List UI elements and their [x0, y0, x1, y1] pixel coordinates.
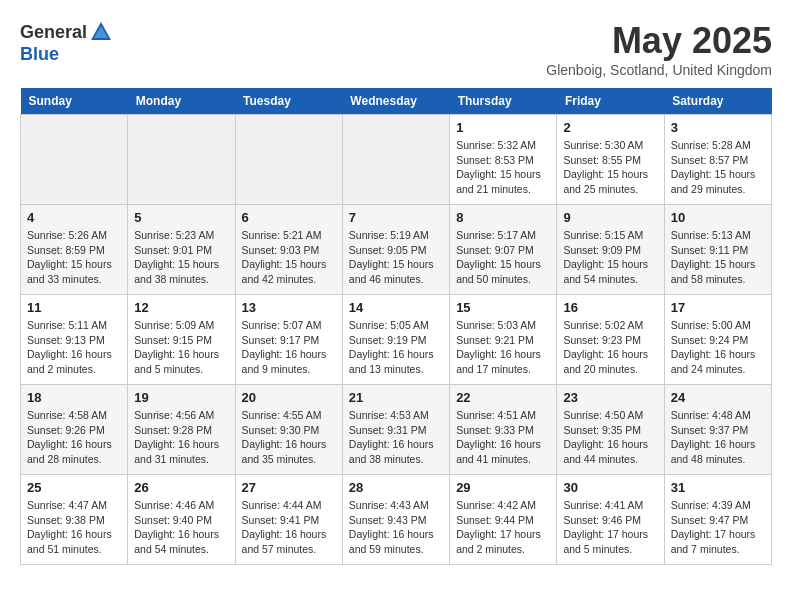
day-number: 3 — [671, 120, 765, 135]
calendar-cell: 18Sunrise: 4:58 AMSunset: 9:26 PMDayligh… — [21, 385, 128, 475]
day-info: Sunrise: 5:11 AMSunset: 9:13 PMDaylight:… — [27, 318, 121, 377]
day-info: Sunrise: 5:28 AMSunset: 8:57 PMDaylight:… — [671, 138, 765, 197]
day-number: 12 — [134, 300, 228, 315]
day-number: 4 — [27, 210, 121, 225]
day-number: 8 — [456, 210, 550, 225]
day-number: 16 — [563, 300, 657, 315]
day-number: 1 — [456, 120, 550, 135]
day-info: Sunrise: 4:55 AMSunset: 9:30 PMDaylight:… — [242, 408, 336, 467]
logo-icon — [89, 20, 113, 44]
calendar-cell: 27Sunrise: 4:44 AMSunset: 9:41 PMDayligh… — [235, 475, 342, 565]
day-number: 14 — [349, 300, 443, 315]
day-info: Sunrise: 5:21 AMSunset: 9:03 PMDaylight:… — [242, 228, 336, 287]
weekday-header-wednesday: Wednesday — [342, 88, 449, 115]
title-section: May 2025 Glenboig, Scotland, United King… — [546, 20, 772, 78]
calendar-cell: 20Sunrise: 4:55 AMSunset: 9:30 PMDayligh… — [235, 385, 342, 475]
day-info: Sunrise: 4:44 AMSunset: 9:41 PMDaylight:… — [242, 498, 336, 557]
day-info: Sunrise: 5:07 AMSunset: 9:17 PMDaylight:… — [242, 318, 336, 377]
logo-general-text: General — [20, 22, 87, 43]
weekday-header-thursday: Thursday — [450, 88, 557, 115]
day-info: Sunrise: 5:32 AMSunset: 8:53 PMDaylight:… — [456, 138, 550, 197]
day-number: 31 — [671, 480, 765, 495]
day-info: Sunrise: 5:09 AMSunset: 9:15 PMDaylight:… — [134, 318, 228, 377]
day-number: 28 — [349, 480, 443, 495]
calendar-cell: 6Sunrise: 5:21 AMSunset: 9:03 PMDaylight… — [235, 205, 342, 295]
calendar-cell: 14Sunrise: 5:05 AMSunset: 9:19 PMDayligh… — [342, 295, 449, 385]
day-info: Sunrise: 4:47 AMSunset: 9:38 PMDaylight:… — [27, 498, 121, 557]
day-info: Sunrise: 4:53 AMSunset: 9:31 PMDaylight:… — [349, 408, 443, 467]
day-number: 15 — [456, 300, 550, 315]
day-number: 24 — [671, 390, 765, 405]
calendar-cell: 5Sunrise: 5:23 AMSunset: 9:01 PMDaylight… — [128, 205, 235, 295]
calendar-week-3: 11Sunrise: 5:11 AMSunset: 9:13 PMDayligh… — [21, 295, 772, 385]
weekday-header-friday: Friday — [557, 88, 664, 115]
calendar-cell: 29Sunrise: 4:42 AMSunset: 9:44 PMDayligh… — [450, 475, 557, 565]
calendar-cell: 31Sunrise: 4:39 AMSunset: 9:47 PMDayligh… — [664, 475, 771, 565]
weekday-header-tuesday: Tuesday — [235, 88, 342, 115]
calendar-cell: 2Sunrise: 5:30 AMSunset: 8:55 PMDaylight… — [557, 115, 664, 205]
day-number: 30 — [563, 480, 657, 495]
day-info: Sunrise: 5:23 AMSunset: 9:01 PMDaylight:… — [134, 228, 228, 287]
calendar-cell — [128, 115, 235, 205]
calendar-cell: 19Sunrise: 4:56 AMSunset: 9:28 PMDayligh… — [128, 385, 235, 475]
day-info: Sunrise: 5:05 AMSunset: 9:19 PMDaylight:… — [349, 318, 443, 377]
weekday-header-sunday: Sunday — [21, 88, 128, 115]
page-header: General Blue May 2025 Glenboig, Scotland… — [20, 20, 772, 78]
calendar-cell — [235, 115, 342, 205]
day-info: Sunrise: 5:02 AMSunset: 9:23 PMDaylight:… — [563, 318, 657, 377]
day-info: Sunrise: 4:39 AMSunset: 9:47 PMDaylight:… — [671, 498, 765, 557]
calendar-week-2: 4Sunrise: 5:26 AMSunset: 8:59 PMDaylight… — [21, 205, 772, 295]
day-number: 17 — [671, 300, 765, 315]
day-number: 25 — [27, 480, 121, 495]
calendar-cell: 30Sunrise: 4:41 AMSunset: 9:46 PMDayligh… — [557, 475, 664, 565]
day-number: 29 — [456, 480, 550, 495]
day-number: 18 — [27, 390, 121, 405]
calendar-cell: 10Sunrise: 5:13 AMSunset: 9:11 PMDayligh… — [664, 205, 771, 295]
calendar-week-4: 18Sunrise: 4:58 AMSunset: 9:26 PMDayligh… — [21, 385, 772, 475]
calendar-cell: 9Sunrise: 5:15 AMSunset: 9:09 PMDaylight… — [557, 205, 664, 295]
day-number: 6 — [242, 210, 336, 225]
calendar-cell: 11Sunrise: 5:11 AMSunset: 9:13 PMDayligh… — [21, 295, 128, 385]
day-number: 2 — [563, 120, 657, 135]
calendar-cell: 13Sunrise: 5:07 AMSunset: 9:17 PMDayligh… — [235, 295, 342, 385]
calendar-cell: 28Sunrise: 4:43 AMSunset: 9:43 PMDayligh… — [342, 475, 449, 565]
weekday-header-monday: Monday — [128, 88, 235, 115]
calendar-cell: 15Sunrise: 5:03 AMSunset: 9:21 PMDayligh… — [450, 295, 557, 385]
calendar-cell: 3Sunrise: 5:28 AMSunset: 8:57 PMDaylight… — [664, 115, 771, 205]
calendar-cell: 16Sunrise: 5:02 AMSunset: 9:23 PMDayligh… — [557, 295, 664, 385]
day-info: Sunrise: 4:51 AMSunset: 9:33 PMDaylight:… — [456, 408, 550, 467]
calendar-table: SundayMondayTuesdayWednesdayThursdayFrid… — [20, 88, 772, 565]
day-info: Sunrise: 5:13 AMSunset: 9:11 PMDaylight:… — [671, 228, 765, 287]
day-info: Sunrise: 5:30 AMSunset: 8:55 PMDaylight:… — [563, 138, 657, 197]
day-number: 21 — [349, 390, 443, 405]
day-info: Sunrise: 5:17 AMSunset: 9:07 PMDaylight:… — [456, 228, 550, 287]
day-number: 13 — [242, 300, 336, 315]
weekday-header-saturday: Saturday — [664, 88, 771, 115]
calendar-cell: 1Sunrise: 5:32 AMSunset: 8:53 PMDaylight… — [450, 115, 557, 205]
day-number: 7 — [349, 210, 443, 225]
day-number: 9 — [563, 210, 657, 225]
day-info: Sunrise: 4:56 AMSunset: 9:28 PMDaylight:… — [134, 408, 228, 467]
calendar-cell: 22Sunrise: 4:51 AMSunset: 9:33 PMDayligh… — [450, 385, 557, 475]
location-subtitle: Glenboig, Scotland, United Kingdom — [546, 62, 772, 78]
day-info: Sunrise: 5:03 AMSunset: 9:21 PMDaylight:… — [456, 318, 550, 377]
day-info: Sunrise: 4:50 AMSunset: 9:35 PMDaylight:… — [563, 408, 657, 467]
calendar-cell: 17Sunrise: 5:00 AMSunset: 9:24 PMDayligh… — [664, 295, 771, 385]
calendar-cell: 7Sunrise: 5:19 AMSunset: 9:05 PMDaylight… — [342, 205, 449, 295]
calendar-cell: 4Sunrise: 5:26 AMSunset: 8:59 PMDaylight… — [21, 205, 128, 295]
day-number: 23 — [563, 390, 657, 405]
day-info: Sunrise: 5:15 AMSunset: 9:09 PMDaylight:… — [563, 228, 657, 287]
calendar-week-5: 25Sunrise: 4:47 AMSunset: 9:38 PMDayligh… — [21, 475, 772, 565]
calendar-cell: 8Sunrise: 5:17 AMSunset: 9:07 PMDaylight… — [450, 205, 557, 295]
weekday-header-row: SundayMondayTuesdayWednesdayThursdayFrid… — [21, 88, 772, 115]
logo-blue-text: Blue — [20, 44, 59, 65]
calendar-week-1: 1Sunrise: 5:32 AMSunset: 8:53 PMDaylight… — [21, 115, 772, 205]
day-info: Sunrise: 5:26 AMSunset: 8:59 PMDaylight:… — [27, 228, 121, 287]
calendar-cell: 26Sunrise: 4:46 AMSunset: 9:40 PMDayligh… — [128, 475, 235, 565]
day-number: 20 — [242, 390, 336, 405]
calendar-cell: 23Sunrise: 4:50 AMSunset: 9:35 PMDayligh… — [557, 385, 664, 475]
calendar-cell — [342, 115, 449, 205]
day-number: 19 — [134, 390, 228, 405]
day-info: Sunrise: 4:58 AMSunset: 9:26 PMDaylight:… — [27, 408, 121, 467]
day-info: Sunrise: 4:48 AMSunset: 9:37 PMDaylight:… — [671, 408, 765, 467]
